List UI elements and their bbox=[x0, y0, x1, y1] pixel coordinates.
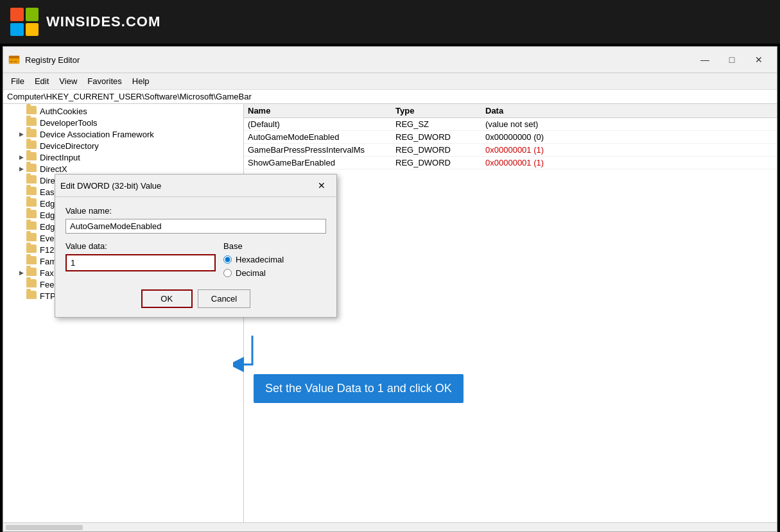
decimal-option: Decimal bbox=[223, 268, 326, 278]
value-row-default[interactable]: (Default) REG_SZ (value not set) bbox=[244, 118, 777, 131]
expander: ▶ bbox=[16, 131, 26, 137]
value-name-display: AutoGameModeEnabled bbox=[65, 219, 326, 234]
hexadecimal-radio[interactable] bbox=[223, 255, 232, 264]
hexadecimal-label: Hexadecimal bbox=[236, 255, 284, 264]
tree-label: F12 bbox=[40, 245, 54, 255]
col-type-header: Type bbox=[395, 106, 485, 116]
tree-label: DirectX bbox=[40, 164, 67, 174]
menu-favorites[interactable]: Favorites bbox=[82, 74, 126, 88]
logo-sq-red bbox=[10, 8, 24, 21]
value-data: 0x00000001 (1) bbox=[485, 145, 773, 155]
values-header: Name Type Data bbox=[244, 104, 777, 118]
dialog-body: Value name: AutoGameModeEnabled Value da… bbox=[55, 197, 336, 317]
cancel-button[interactable]: Cancel bbox=[198, 289, 250, 308]
tree-item-developertools[interactable]: DeveloperTools bbox=[3, 117, 243, 128]
logo-sq-blue bbox=[10, 23, 24, 37]
tree-item-authcookies[interactable]: AuthCookies bbox=[3, 105, 243, 117]
value-type: REG_DWORD bbox=[395, 145, 485, 155]
expander: ▶ bbox=[16, 154, 26, 160]
base-section: Base Hexadecimal Decimal bbox=[223, 241, 326, 282]
scrollbar-area bbox=[3, 522, 777, 531]
tree-item-directinput[interactable]: ▶ DirectInput bbox=[3, 151, 243, 163]
value-data-input[interactable] bbox=[65, 254, 216, 271]
logo-sq-yellow bbox=[26, 23, 39, 37]
edit-dword-dialog: Edit DWORD (32-bit) Value ✕ Value name: … bbox=[55, 174, 337, 318]
value-name: (Default) bbox=[248, 119, 395, 129]
dialog-close-button[interactable]: ✕ bbox=[312, 178, 331, 193]
value-row-pressinterval[interactable]: GameBarPressPressIntervalMs REG_DWORD 0x… bbox=[244, 144, 777, 157]
value-data: 0x00000000 (0) bbox=[485, 132, 773, 142]
ok-button[interactable]: OK bbox=[141, 289, 193, 308]
decimal-label: Decimal bbox=[236, 268, 266, 278]
dialog-row: Value data: Base Hexadecimal Decimal bbox=[65, 241, 326, 282]
dialog-titlebar: Edit DWORD (32-bit) Value ✕ bbox=[55, 175, 336, 197]
menu-view[interactable]: View bbox=[54, 74, 82, 88]
value-name-label: Value name: bbox=[65, 206, 326, 216]
callout-container: Set the Value Data to 1 and click OK bbox=[254, 374, 464, 403]
value-data-label: Value data: bbox=[65, 241, 216, 251]
col-data-header: Data bbox=[485, 106, 773, 116]
svg-rect-3 bbox=[14, 61, 17, 62]
tree-label: Device Association Framework bbox=[40, 130, 154, 139]
tree-label: AuthCookies bbox=[40, 107, 87, 116]
tree-label: Fax bbox=[40, 268, 54, 278]
value-type: REG_DWORD bbox=[395, 132, 485, 142]
value-data: 0x00000001 (1) bbox=[485, 158, 773, 167]
winsides-logo bbox=[10, 8, 39, 36]
expander: ▶ bbox=[16, 166, 26, 172]
registry-icon bbox=[8, 54, 20, 65]
expander: ▶ bbox=[16, 270, 26, 276]
menu-bar: File Edit View Favorites Help bbox=[3, 73, 777, 90]
callout-text: Set the Value Data to 1 and click OK bbox=[265, 382, 452, 395]
window-titlebar: Registry Editor — □ ✕ bbox=[3, 47, 777, 73]
hexadecimal-option: Hexadecimal bbox=[223, 255, 326, 264]
base-label: Base bbox=[223, 241, 326, 251]
decimal-radio[interactable] bbox=[223, 269, 232, 277]
registry-window: Registry Editor — □ ✕ File Edit View Fav… bbox=[3, 46, 777, 532]
minimize-button[interactable]: — bbox=[692, 51, 718, 69]
value-data: (value not set) bbox=[485, 119, 773, 129]
top-banner: WINSIDES.COM bbox=[0, 0, 780, 44]
value-row-autogamemode[interactable]: AutoGameModeEnabled REG_DWORD 0x00000000… bbox=[244, 131, 777, 144]
dialog-buttons: OK Cancel bbox=[65, 289, 326, 308]
dialog-title: Edit DWORD (32-bit) Value bbox=[60, 181, 312, 191]
menu-help[interactable]: Help bbox=[127, 74, 155, 88]
tree-label: FTP bbox=[40, 291, 56, 301]
logo-sq-green bbox=[26, 8, 39, 21]
value-name: GameBarPressPressIntervalMs bbox=[248, 145, 395, 155]
window-close-button[interactable]: ✕ bbox=[746, 51, 772, 69]
address-path: Computer\HKEY_CURRENT_USER\Software\Micr… bbox=[7, 92, 252, 101]
tree-label: DeveloperTools bbox=[40, 118, 98, 128]
address-bar[interactable]: Computer\HKEY_CURRENT_USER\Software\Micr… bbox=[3, 90, 777, 104]
tree-item-directx[interactable]: ▶ DirectX bbox=[3, 163, 243, 175]
horizontal-scrollbar[interactable] bbox=[6, 525, 83, 530]
tree-label: DirectInput bbox=[40, 153, 80, 162]
window-title: Registry Editor bbox=[25, 55, 687, 65]
menu-edit[interactable]: Edit bbox=[30, 74, 54, 88]
svg-rect-2 bbox=[10, 61, 13, 62]
svg-rect-1 bbox=[9, 56, 19, 58]
value-row-gamebar[interactable]: ShowGameBarEnabled REG_DWORD 0x00000001 … bbox=[244, 157, 777, 169]
maximize-button[interactable]: □ bbox=[719, 51, 745, 69]
col-name-header: Name bbox=[248, 106, 395, 116]
callout-box: Set the Value Data to 1 and click OK bbox=[254, 374, 464, 403]
value-data-section: Value data: bbox=[65, 241, 216, 282]
value-name: ShowGameBarEnabled bbox=[248, 158, 395, 167]
value-name: AutoGameModeEnabled bbox=[248, 132, 395, 142]
banner-title: WINSIDES.COM bbox=[46, 13, 160, 30]
menu-file[interactable]: File bbox=[6, 74, 30, 88]
value-type: REG_SZ bbox=[395, 119, 485, 129]
tree-item-device-association-framework[interactable]: ▶ Device Association Framework bbox=[3, 128, 243, 140]
tree-label: DeviceDirectory bbox=[40, 141, 99, 151]
tree-item-devicedirectory[interactable]: DeviceDirectory bbox=[3, 140, 243, 151]
window-controls: — □ ✕ bbox=[692, 51, 772, 69]
value-type: REG_DWORD bbox=[395, 158, 485, 167]
